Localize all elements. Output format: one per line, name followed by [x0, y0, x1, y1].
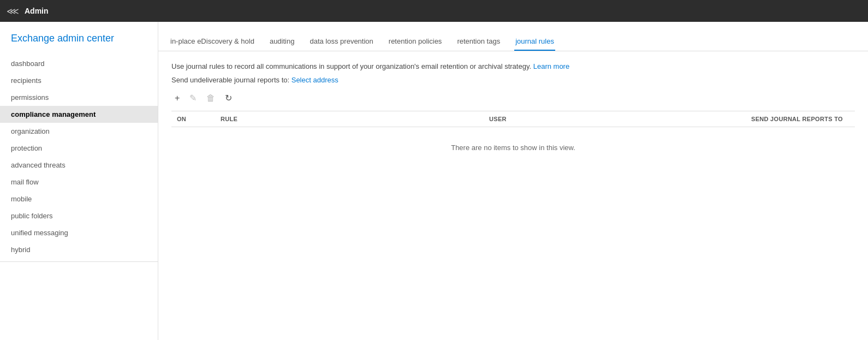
table-header-row: ON RULE USER SEND JOURNAL REPORTS TO — [171, 111, 855, 127]
edit-button[interactable]: ✎ — [186, 91, 200, 105]
select-address-link[interactable]: Select address — [292, 76, 338, 84]
empty-row: There are no items to show in this view. — [171, 127, 855, 169]
learn-more-link[interactable]: Learn more — [533, 62, 569, 70]
sidebar-item-advanced-threats[interactable]: advanced threats — [0, 157, 158, 174]
col-header-send: SEND JOURNAL REPORTS TO — [746, 111, 855, 127]
tab-nav: in-place eDiscovery & holdauditingdata l… — [158, 22, 868, 51]
col-header-on: ON — [171, 111, 215, 127]
sidebar-divider — [0, 261, 158, 262]
undeliverable-row: Send undeliverable journal reports to: S… — [171, 76, 855, 84]
sidebar-item-compliance-management[interactable]: compliance management — [0, 106, 158, 123]
sidebar: Exchange admin center dashboardrecipient… — [0, 22, 158, 340]
sidebar-item-dashboard[interactable]: dashboard — [0, 55, 158, 72]
delete-button[interactable]: 🗑 — [203, 91, 218, 105]
journal-rules-table: ON RULE USER SEND JOURNAL REPORTS TO The… — [171, 111, 855, 168]
sidebar-item-organization[interactable]: organization — [0, 123, 158, 140]
tab-retention-tags[interactable]: retention tags — [456, 33, 501, 51]
sidebar-item-protection[interactable]: protection — [0, 140, 158, 157]
empty-message: There are no items to show in this view. — [171, 127, 855, 169]
sidebar-item-mobile[interactable]: mobile — [0, 190, 158, 207]
tab-ediscovery[interactable]: in-place eDiscovery & hold — [169, 33, 255, 51]
toolbar: + ✎ 🗑 ↻ — [171, 91, 855, 105]
tab-journal-rules[interactable]: journal rules — [514, 33, 555, 51]
tab-retention-policies[interactable]: retention policies — [388, 33, 443, 51]
tab-dlp[interactable]: data loss prevention — [308, 33, 374, 51]
sidebar-nav: dashboardrecipientspermissionscompliance… — [0, 55, 158, 258]
sidebar-item-recipients[interactable]: recipients — [0, 72, 158, 89]
main-content: in-place eDiscovery & holdauditingdata l… — [158, 22, 868, 340]
app-name: Admin — [25, 7, 49, 15]
app-title: Exchange admin center — [0, 27, 158, 55]
layout: Exchange admin center dashboardrecipient… — [0, 22, 868, 340]
sidebar-item-unified-messaging[interactable]: unified messaging — [0, 224, 158, 241]
sidebar-item-hybrid[interactable]: hybrid — [0, 241, 158, 258]
add-button[interactable]: + — [171, 91, 183, 105]
grid-icon[interactable]: ⋘ — [7, 6, 19, 16]
content-area: Use journal rules to record all communic… — [158, 51, 868, 179]
sidebar-item-mail-flow[interactable]: mail flow — [0, 174, 158, 190]
sidebar-item-public-folders[interactable]: public folders — [0, 207, 158, 224]
sidebar-item-permissions[interactable]: permissions — [0, 89, 158, 106]
info-text: Use journal rules to record all communic… — [171, 62, 855, 70]
topbar: ⋘ Admin — [0, 0, 868, 22]
refresh-button[interactable]: ↻ — [222, 91, 235, 105]
tab-auditing[interactable]: auditing — [269, 33, 296, 51]
col-header-rule: RULE — [215, 111, 484, 127]
col-header-user: USER — [484, 111, 746, 127]
